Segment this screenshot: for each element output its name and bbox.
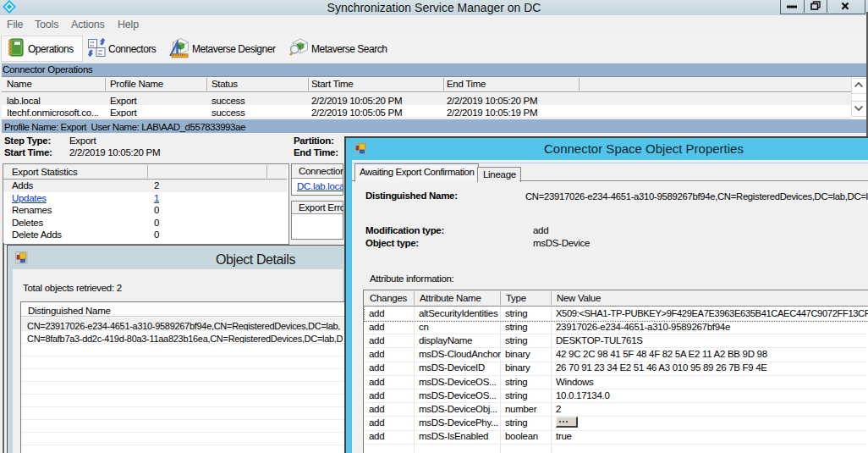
svg-text:01: 01: [98, 52, 103, 56]
svg-text:01: 01: [90, 44, 95, 47]
